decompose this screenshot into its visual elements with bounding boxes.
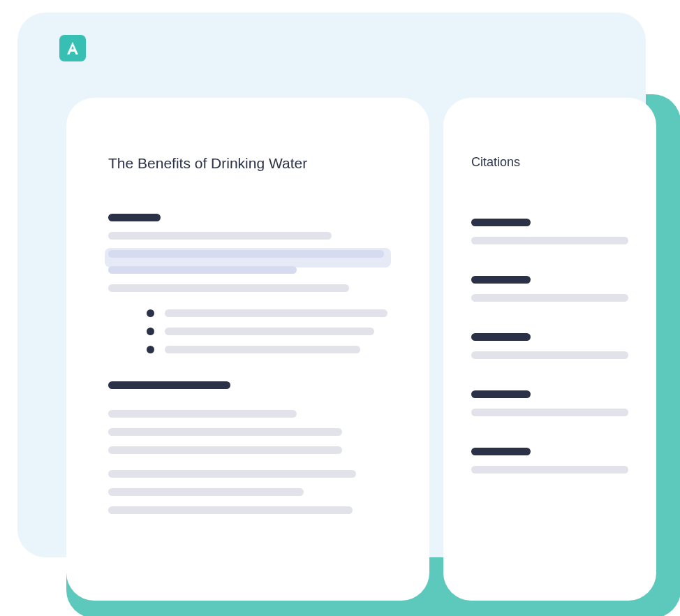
text-placeholder bbox=[108, 284, 349, 292]
citations-card: Citations bbox=[443, 98, 656, 601]
text-placeholder bbox=[108, 410, 297, 418]
bullet-icon bbox=[147, 346, 154, 353]
document-title: The Benefits of Drinking Water bbox=[108, 155, 387, 172]
logo-a-icon bbox=[64, 40, 81, 57]
citation-item[interactable] bbox=[471, 333, 628, 359]
citation-title-placeholder bbox=[471, 333, 531, 341]
text-placeholder bbox=[108, 428, 342, 436]
list-item bbox=[147, 309, 387, 317]
text-placeholder bbox=[108, 470, 356, 478]
heading-placeholder bbox=[108, 381, 230, 389]
citation-text-placeholder bbox=[471, 351, 628, 359]
citation-text-placeholder bbox=[471, 409, 628, 416]
bullet-list bbox=[147, 309, 387, 353]
list-item bbox=[147, 346, 387, 353]
citation-title-placeholder bbox=[471, 448, 531, 455]
text-placeholder bbox=[108, 488, 304, 496]
citation-text-placeholder bbox=[471, 466, 628, 474]
citation-text-placeholder bbox=[471, 294, 628, 302]
citation-title-placeholder bbox=[471, 390, 531, 398]
citation-item[interactable] bbox=[471, 219, 628, 244]
citation-item[interactable] bbox=[471, 448, 628, 474]
text-placeholder bbox=[165, 346, 360, 353]
highlighted-text[interactable] bbox=[108, 250, 387, 274]
text-placeholder bbox=[108, 506, 353, 514]
citation-title-placeholder bbox=[471, 276, 531, 284]
bullet-icon bbox=[147, 309, 154, 317]
app-logo bbox=[59, 35, 86, 61]
text-placeholder bbox=[108, 446, 342, 454]
document-card: The Benefits of Drinking Water bbox=[66, 98, 429, 601]
text-placeholder bbox=[165, 328, 374, 335]
bullet-icon bbox=[147, 328, 154, 335]
citation-text-placeholder bbox=[471, 237, 628, 244]
section-2 bbox=[108, 381, 387, 514]
section-1 bbox=[108, 214, 387, 292]
citations-title: Citations bbox=[471, 155, 628, 170]
heading-placeholder bbox=[108, 214, 161, 221]
text-placeholder bbox=[108, 232, 332, 240]
citation-item[interactable] bbox=[471, 390, 628, 416]
text-placeholder bbox=[165, 309, 387, 317]
citation-title-placeholder bbox=[471, 219, 531, 226]
list-item bbox=[147, 328, 387, 335]
citation-item[interactable] bbox=[471, 276, 628, 302]
